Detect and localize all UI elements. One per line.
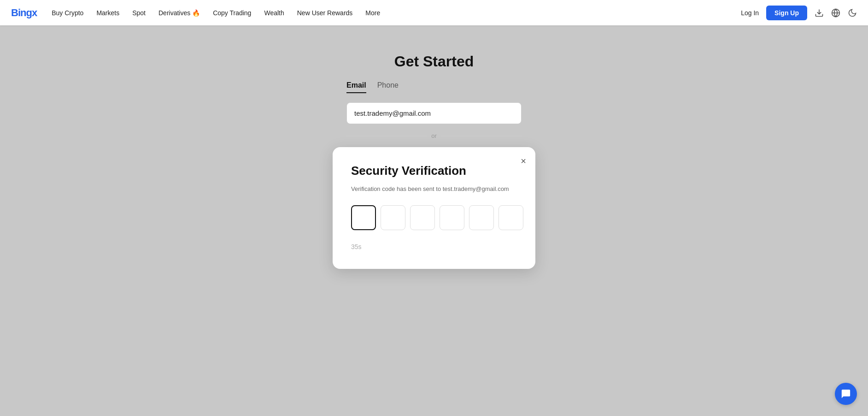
modal-overlay: × Security Verification Verification cod…: [0, 0, 868, 416]
modal-subtitle: Verification code has been sent to test.…: [351, 185, 517, 192]
modal-title: Security Verification: [351, 164, 517, 178]
modal-close-button[interactable]: ×: [521, 156, 526, 166]
otp-digit-5[interactable]: [469, 205, 494, 230]
otp-digit-4[interactable]: [440, 205, 464, 230]
otp-timer: 35s: [351, 243, 517, 250]
otp-container: [351, 205, 517, 230]
otp-digit-1[interactable]: [351, 205, 376, 230]
security-verification-modal: × Security Verification Verification cod…: [333, 147, 535, 269]
otp-digit-2[interactable]: [381, 205, 405, 230]
otp-digit-3[interactable]: [410, 205, 435, 230]
otp-digit-6[interactable]: [499, 205, 523, 230]
